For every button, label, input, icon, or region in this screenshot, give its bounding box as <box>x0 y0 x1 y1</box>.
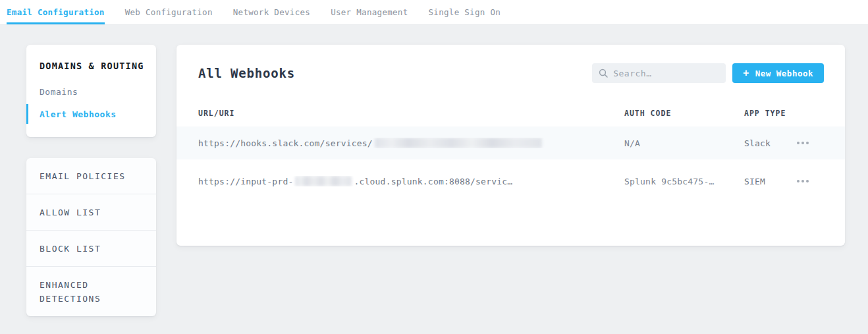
cell-auth-code: Splunk 9c5bc475-… <box>624 177 744 186</box>
tab-single-sign-on[interactable]: Single Sign On <box>429 0 501 24</box>
tab-label: Network Devices <box>233 7 310 17</box>
redacted-url-segment <box>375 138 542 148</box>
ellipsis-icon <box>797 180 809 182</box>
tab-label: User Management <box>331 7 408 17</box>
sidebar-item-allow-list[interactable]: ALLOW LIST <box>26 194 156 231</box>
sidebar-item-alert-webhooks[interactable]: Alert Webhooks <box>26 104 156 124</box>
app-screen: Email Configuration Web Configuration Ne… <box>0 0 868 334</box>
sidebar-link-label: EMAIL POLICIES <box>40 171 126 181</box>
column-header-url: URL/URI <box>198 109 624 118</box>
table-body: https://hooks.slack.com/services/ N/A Sl… <box>176 126 845 198</box>
cell-url: https://hooks.slack.com/services/ <box>198 138 624 148</box>
url-text: https://input-prd- <box>198 177 293 186</box>
sidebar-routing-items: Domains Alert Webhooks <box>26 82 156 124</box>
sidebar-link-label: ALLOW LIST <box>40 208 101 217</box>
table-header-row: URL/URI AUTH CODE APP TYPE <box>176 107 845 120</box>
cell-url: https://input-prd-.cloud.splunk.com:8088… <box>198 176 624 186</box>
sidebar-item-label: Alert Webhooks <box>40 109 117 119</box>
table-row: https://input-prd-.cloud.splunk.com:8088… <box>176 165 845 198</box>
sidebar-item-block-list[interactable]: BLOCK LIST <box>26 231 156 267</box>
cell-app-type: Slack <box>744 138 794 148</box>
url-text-suffix: .cloud.splunk.com:8088/servic… <box>354 177 512 186</box>
tab-user-management[interactable]: User Management <box>331 0 408 24</box>
tab-email-configuration[interactable]: Email Configuration <box>7 0 105 24</box>
redacted-url-segment <box>295 176 352 186</box>
content-layout: DOMAINS & ROUTING Domains Alert Webhooks… <box>0 25 868 316</box>
panel-header: All Webhooks + New Webhook <box>176 45 845 83</box>
sidebar-section-title: DOMAINS & ROUTING <box>26 61 156 71</box>
column-header-auth-code: AUTH CODE <box>624 109 744 118</box>
sidebar-item-enhanced-detections[interactable]: ENHANCED DETECTIONS <box>26 267 156 316</box>
page-title: All Webhooks <box>198 66 592 80</box>
sidebar-link-label: BLOCK LIST <box>40 244 101 254</box>
sidebar-item-email-policies[interactable]: EMAIL POLICIES <box>26 158 156 194</box>
table-row: https://hooks.slack.com/services/ N/A Sl… <box>176 126 845 159</box>
top-navigation: Email Configuration Web Configuration Ne… <box>0 0 868 25</box>
sidebar-item-label: Domains <box>40 87 78 97</box>
new-webhook-button[interactable]: + New Webhook <box>732 63 824 83</box>
tab-label: Single Sign On <box>429 7 501 17</box>
domains-routing-card: DOMAINS & ROUTING Domains Alert Webhooks <box>26 45 156 137</box>
url-text: https://hooks.slack.com/services/ <box>198 138 373 148</box>
cell-actions <box>794 176 845 186</box>
ellipsis-icon <box>797 142 809 144</box>
cell-auth-code: N/A <box>624 138 744 148</box>
cell-app-type: SIEM <box>744 177 794 186</box>
sidebar-links-card: EMAIL POLICIES ALLOW LIST BLOCK LIST ENH… <box>26 158 156 316</box>
webhooks-panel: All Webhooks + New Webhook URL/URI AUTH … <box>176 45 845 246</box>
cell-actions <box>794 138 845 148</box>
sidebar-item-domains[interactable]: Domains <box>26 82 156 101</box>
search-icon <box>599 69 608 78</box>
tab-network-devices[interactable]: Network Devices <box>233 0 310 24</box>
row-menu-button[interactable] <box>794 138 811 148</box>
column-header-app-type: APP TYPE <box>744 109 794 118</box>
plus-icon: + <box>743 69 749 78</box>
new-webhook-button-label: New Webhook <box>755 69 813 78</box>
search-box <box>592 63 726 83</box>
tab-web-configuration[interactable]: Web Configuration <box>125 0 213 24</box>
sidebar-link-label: ENHANCED DETECTIONS <box>40 280 101 304</box>
row-menu-button[interactable] <box>794 176 811 186</box>
tab-label: Web Configuration <box>125 7 213 17</box>
tab-label: Email Configuration <box>7 7 105 17</box>
search-input[interactable] <box>613 69 719 78</box>
sidebar: DOMAINS & ROUTING Domains Alert Webhooks… <box>26 45 156 316</box>
